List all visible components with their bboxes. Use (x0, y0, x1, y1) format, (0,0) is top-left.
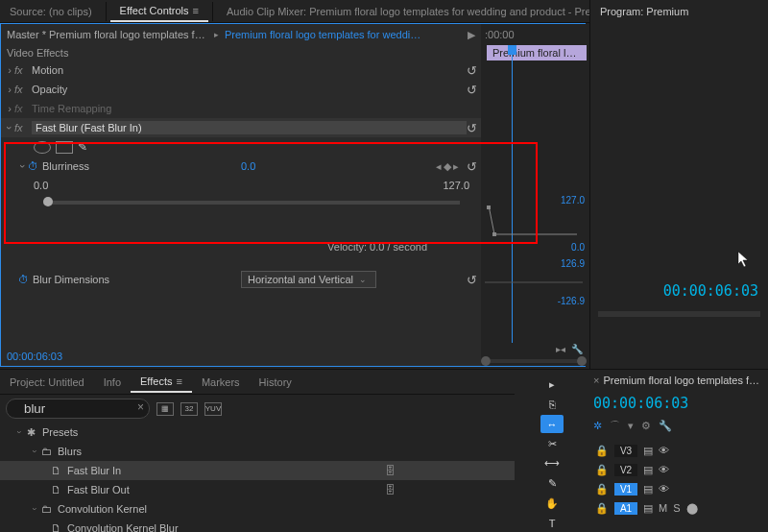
reset-icon[interactable]: ↺ (467, 273, 477, 287)
reset-icon[interactable]: ↺ (467, 159, 477, 174)
wrench-icon[interactable]: 🔧 (571, 344, 583, 354)
markers-icon[interactable]: ▾ (628, 420, 634, 432)
program-timecode[interactable]: 00:00:06:03 (663, 282, 758, 300)
mask-pen-button[interactable]: ✎ (78, 140, 87, 154)
preset-fast-blur-in[interactable]: 🗋 Fast Blur In 🗄 (0, 461, 515, 480)
convolution-folder[interactable]: › Convolution Kernel (0, 499, 515, 519)
master-clip-label[interactable]: Master * Premium floral logo templates f… (7, 29, 208, 40)
effect-opacity[interactable]: › fx Opacity ↺ (1, 80, 481, 99)
mask-ellipse-button[interactable] (34, 141, 51, 154)
track-v1[interactable]: 🔒 V1 ▤ 👁 (589, 479, 768, 498)
blurriness-slider[interactable] (1, 201, 481, 205)
eye-icon[interactable]: 👁 (659, 464, 669, 475)
toggle-output-icon[interactable]: ▤ (643, 464, 653, 476)
clear-search-icon[interactable]: × (137, 400, 144, 414)
effect-time-remapping[interactable]: › fx Time Remapping (1, 99, 481, 118)
wrench-icon[interactable]: 🔧 (659, 420, 672, 432)
effect-fast-blur[interactable]: › fx Fast Blur (Fast Blur In) ↺ (1, 118, 481, 137)
presets-folder[interactable]: › ✱ Presets (0, 423, 515, 442)
32bit-badge-button[interactable]: 32 (180, 402, 198, 416)
source-panel-tab[interactable]: Source: (no clips) (0, 2, 102, 21)
snap-icon[interactable]: ✲ (593, 420, 602, 432)
eye-icon[interactable]: 👁 (659, 445, 669, 456)
toggle-output-icon[interactable]: ▤ (643, 445, 653, 457)
track-v3[interactable]: 🔒 V3 ▤ 👁 (589, 441, 768, 460)
disclosure-open-icon[interactable]: › (4, 123, 15, 133)
stopwatch-icon[interactable]: ⏱ (28, 160, 38, 172)
sequence-title[interactable]: Premium floral logo templates for weddin… (603, 375, 764, 386)
reset-icon[interactable]: ↺ (467, 83, 477, 97)
add-keyframe-icon[interactable]: ◆ (444, 160, 451, 173)
toggle-output-icon[interactable]: ▤ (643, 502, 653, 515)
track-label[interactable]: A1 (614, 502, 637, 515)
yuv-badge-button[interactable]: YUV (204, 402, 222, 416)
ripple-edit-tool[interactable]: ↔ (540, 415, 564, 433)
track-v2[interactable]: 🔒 V2 ▤ 👁 (589, 460, 768, 479)
razor-tool[interactable]: ✂ (540, 435, 564, 453)
pen-tool[interactable]: ✎ (540, 474, 564, 493)
preset-convolution-blur[interactable]: 🗋 Convolution Kernel Blur (0, 519, 515, 532)
playhead-head-icon[interactable] (508, 45, 516, 55)
effect-motion[interactable]: › fx Motion ↺ (1, 60, 481, 80)
mini-clip-bar[interactable]: Premium floral logo template (487, 45, 587, 60)
effect-controls-tab[interactable]: Effect Controls (110, 1, 208, 22)
slider-min: 0.0 (34, 180, 48, 191)
ec-timecode[interactable]: 00:00:06:03 (7, 351, 62, 362)
lock-icon[interactable]: 🔒 (595, 483, 609, 496)
sequence-clip-link[interactable]: Premium floral logo templates for weddi… (225, 29, 420, 40)
preset-icon: 🗋 (48, 465, 63, 476)
mask-rect-button[interactable] (56, 141, 73, 154)
disclosure-icon[interactable]: › (5, 64, 14, 76)
blurriness-value[interactable]: 0.0 (241, 160, 255, 172)
pin-play-icon[interactable]: ▶ (468, 29, 475, 41)
accel-badge-button[interactable]: ▦ (156, 402, 174, 416)
eye-icon[interactable]: 👁 (659, 483, 669, 495)
disclosure-icon[interactable]: › (5, 103, 14, 114)
stopwatch-off-icon[interactable]: ⏱ (18, 274, 29, 285)
effects-tab[interactable]: Effects (131, 372, 192, 393)
next-keyframe-icon[interactable]: ▸ (453, 160, 459, 173)
ec-scrollbar[interactable] (481, 356, 587, 366)
track-label[interactable]: V3 (614, 445, 637, 457)
mute-button[interactable]: M (659, 502, 667, 514)
blur-dimensions-dropdown[interactable]: Horizontal and Vertical⌄ (241, 271, 376, 288)
mini-time-ruler[interactable]: :00:00 (481, 24, 587, 45)
project-tab[interactable]: Project: Untitled (0, 373, 94, 392)
toggle-output-icon[interactable]: ▤ (643, 483, 653, 496)
slip-tool[interactable]: ⟷ (540, 455, 564, 473)
markers-tab[interactable]: Markers (192, 373, 250, 392)
solo-button[interactable]: S (673, 502, 680, 514)
reset-icon[interactable]: ↺ (467, 63, 477, 78)
track-select-tool[interactable]: ⎘ (540, 396, 564, 414)
lock-icon[interactable]: 🔒 (595, 464, 609, 476)
selection-tool[interactable]: ▸ (540, 375, 564, 394)
timeline-timecode[interactable]: 00:00:06:03 (593, 395, 688, 412)
preset-icon: 🗋 (48, 522, 63, 532)
program-time-ruler[interactable] (598, 311, 760, 317)
reset-icon[interactable]: ↺ (467, 121, 477, 135)
blurriness-label: Blurriness (42, 160, 89, 172)
preset-fast-blur-out[interactable]: 🗋 Fast Blur Out 🗄 (0, 480, 515, 499)
type-tool[interactable]: T (540, 514, 564, 532)
track-label[interactable]: V2 (614, 464, 637, 476)
hand-tool[interactable]: ✋ (540, 495, 564, 513)
disclosure-open-icon[interactable]: › (17, 161, 29, 171)
disclosure-icon[interactable]: › (5, 84, 14, 95)
blurs-folder[interactable]: › Blurs (0, 442, 515, 461)
program-panel-tab[interactable]: Program: Premium (590, 2, 698, 21)
slider-thumb[interactable] (43, 197, 53, 206)
voiceover-icon[interactable]: ⬤ (686, 502, 698, 515)
time-remapping-label: Time Remapping (32, 103, 111, 114)
close-sequence-icon[interactable]: × (593, 375, 599, 386)
settings-icon[interactable]: ⚙ (641, 420, 651, 432)
track-label[interactable]: V1 (614, 483, 637, 496)
loop-icon[interactable]: ▸◂ (556, 344, 565, 354)
linked-selection-icon[interactable]: ⌒ (610, 419, 620, 433)
lock-icon[interactable]: 🔒 (595, 502, 609, 515)
history-tab[interactable]: History (250, 373, 301, 392)
track-a1[interactable]: 🔒 A1 ▤ M S ⬤ (589, 498, 768, 518)
info-tab[interactable]: Info (94, 373, 131, 392)
effects-search-input[interactable] (6, 399, 150, 419)
prev-keyframe-icon[interactable]: ◂ (436, 160, 442, 173)
lock-icon[interactable]: 🔒 (595, 445, 609, 457)
